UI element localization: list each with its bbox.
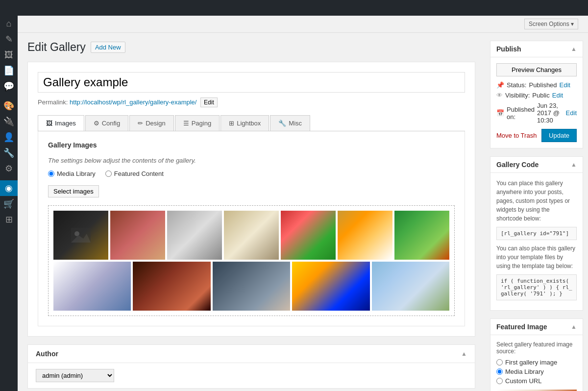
gallery-image-12[interactable] [372,262,449,311]
gallery-images-title: Gallery Images [48,141,455,149]
tab-lightbox[interactable]: ⊞ Lightbox [220,115,269,131]
visibility-edit-link[interactable]: Edit [552,92,563,99]
tab-images[interactable]: 🖼 Images [38,115,84,131]
gallery-hint: The settings below adjust the contents o… [48,157,455,164]
left-sidebar: ⌂ ✎ 🖼 📄 💬 🎨 🔌 👤 🔧 ⚙ ◉ 🛒 ⊞ [0,0,18,391]
featured-image-box: Featured Image ▲ Select gallery featured… [490,318,583,391]
author-section-header[interactable]: Author ▲ [28,345,475,363]
radio-media-library-input[interactable] [48,171,54,177]
gallery-image-1[interactable] [53,211,108,260]
featured-radio-media-label: Media Library [505,368,544,375]
published-icon: 📅 [496,109,504,117]
sidebar-icon-extra[interactable]: ⊞ [0,212,18,227]
gallery-image-3[interactable] [167,211,222,260]
gallery-code-chevron: ▲ [571,161,577,168]
tab-images-label: Images [55,120,76,127]
gallery-image-5[interactable] [281,211,336,260]
gallery-image-2[interactable] [110,211,165,260]
sidebar-icon-appearance[interactable]: 🎨 [0,98,18,114]
publish-box: Publish ▲ Preview Changes 📌 Status: Publ… [490,41,583,148]
main-content: Edit Gallery Add New Permalink: http://l… [18,33,485,391]
gallery-image-8[interactable] [53,262,131,311]
gallery-code-text2: You can also place this gallery into you… [496,244,577,270]
select-images-button[interactable]: Select images [48,185,99,197]
author-section-body: admin (admin) [28,363,475,388]
shortcode-block[interactable]: [rl_gallery id="791"] [496,227,577,240]
author-select[interactable]: admin (admin) [36,369,114,382]
update-button[interactable]: Update [541,129,577,142]
sidebar-icon-tools[interactable]: 🔧 [0,145,18,161]
sidebar-icon-settings[interactable]: ⚙ [0,161,18,176]
tab-lightbox-label: Lightbox [237,120,261,127]
featured-image-chevron: ▲ [571,323,577,330]
gallery-image-10[interactable] [213,262,290,311]
sidebar-icon-dashboard[interactable]: ⌂ [0,16,18,31]
sidebar-icon-plugins[interactable]: 🔌 [0,114,18,129]
page-header: Edit Gallery Add New [27,41,475,54]
featured-radio-custom-label: Custom URL [505,377,541,385]
tab-images-icon: 🖼 [46,120,52,127]
gallery-image-11[interactable] [292,262,369,311]
tab-config-icon: ⚙ [94,120,99,127]
featured-radio-first[interactable]: First gallery image [496,359,577,366]
sidebar-icon-gallery[interactable]: ◉ [0,180,18,196]
tab-misc[interactable]: 🔧 Misc [270,115,310,131]
radio-media-library[interactable]: Media Library [48,170,96,177]
visibility-icon: 👁 [496,92,503,99]
featured-radio-media[interactable]: Media Library [496,368,577,375]
tab-design-icon: ✏ [138,120,143,127]
sidebar-icon-pages[interactable]: 📄 [0,63,18,78]
gallery-image-4[interactable] [224,211,279,260]
publish-chevron: ▲ [571,46,577,52]
permalink-url[interactable]: http://localhost/wp/rl_gallery/gallery-e… [70,98,196,106]
status-edit-link[interactable]: Edit [560,81,570,89]
tab-paging[interactable]: ☰ Paging [175,115,220,131]
featured-radio-media-input[interactable] [496,368,503,375]
move-to-trash-link[interactable]: Move to Trash [496,132,537,139]
sidebar-icon-media[interactable]: 🖼 [0,47,18,63]
featured-radio-custom[interactable]: Custom URL [496,377,577,385]
gallery-images-section: Gallery Images The settings below adjust… [38,131,465,326]
published-row: 📅 Published on: Jun 23, 2017 @ 10:30 Edi… [496,102,577,124]
tab-config[interactable]: ⚙ Config [85,115,129,131]
tab-design-label: Design [146,120,165,127]
status-label: Status: [507,81,526,89]
gallery-code-title: Gallery Code [496,161,539,169]
radio-featured-content[interactable]: Featured Content [105,170,164,177]
preview-changes-button[interactable]: Preview Changes [496,63,577,76]
visibility-row: 👁 Visibility: Public Edit [496,92,577,99]
tab-paging-icon: ☰ [183,120,189,127]
featured-radio-group: First gallery image Media Library Custom… [496,359,577,385]
published-edit-link[interactable]: Edit [566,109,577,117]
sidebar-icon-posts[interactable]: ✎ [0,31,18,47]
sidebar-icon-woo[interactable]: 🛒 [0,196,18,212]
gallery-title-input[interactable] [38,72,465,93]
status-icon: 📌 [496,81,504,89]
tab-design[interactable]: ✏ Design [129,115,173,131]
gallery-image-6[interactable] [338,211,392,260]
radio-featured-content-input[interactable] [105,171,112,177]
gallery-image-7[interactable] [394,211,449,260]
sidebar-icon-comments[interactable]: 💬 [0,78,18,94]
page-title: Edit Gallery [27,41,86,54]
published-label: Published on: [507,106,535,121]
author-section-chevron: ▲ [461,350,467,357]
screen-options-bar: Screen Options ▾ [18,16,588,33]
publish-box-header: Publish ▲ [490,41,583,57]
add-new-button[interactable]: Add New [91,42,125,53]
sidebar-icon-users[interactable]: 👤 [0,129,18,145]
featured-radio-first-input[interactable] [496,359,503,366]
content-area: Edit Gallery Add New Permalink: http://l… [18,33,588,391]
tab-bar: 🖼 Images ⚙ Config ✏ Design ☰ Paging [38,115,465,131]
gallery-image-9[interactable] [133,262,210,311]
featured-radio-custom-input[interactable] [496,378,503,384]
template-tag-block[interactable]: if ( function_exists( 'rl_gallery' ) ) {… [496,274,577,300]
source-radio-group: Media Library Featured Content [48,170,455,177]
publish-actions: Move to Trash Update [496,129,577,142]
gallery-code-text1: You can place this gallery anywhere into… [496,179,577,223]
image-grid-row2 [53,262,449,311]
screen-options-button[interactable]: Screen Options ▾ [524,19,578,29]
image-grid-row1 [53,211,449,260]
permalink-edit-button[interactable]: Edit [200,98,218,107]
published-value: Jun 23, 2017 @ 10:30 [537,102,563,124]
